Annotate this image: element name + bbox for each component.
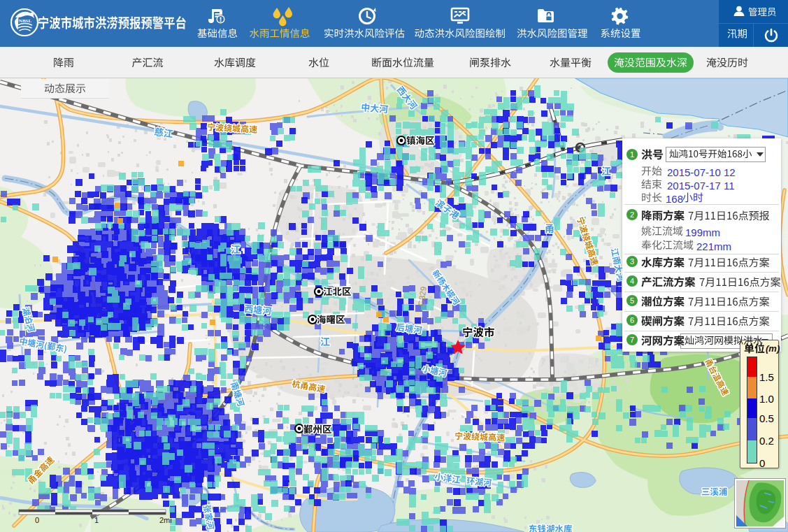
- svg-text:NBSL: NBSL: [19, 18, 32, 24]
